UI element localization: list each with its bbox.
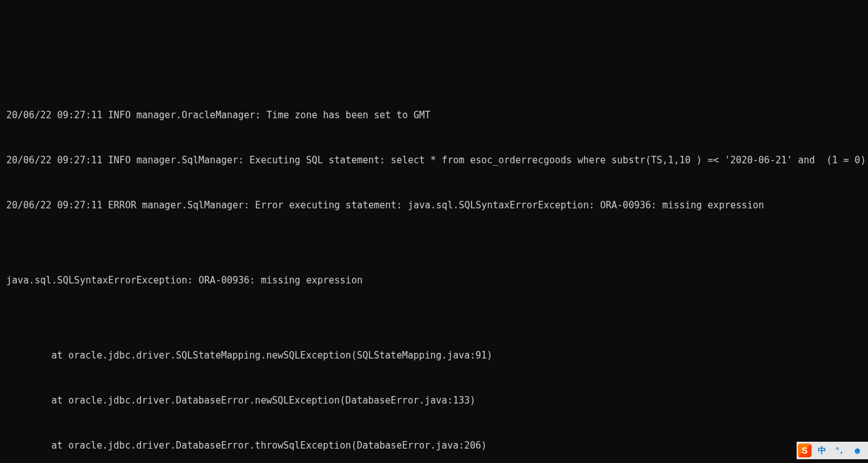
ime-mode-button[interactable]: 中 [815, 444, 829, 457]
log-line: 20/06/22 09:27:11 ERROR manager.SqlManag… [6, 198, 862, 213]
ime-emoji-icon[interactable]: ☻ [850, 444, 864, 457]
exception-header: java.sql.SQLSyntaxErrorException: ORA-00… [6, 273, 862, 288]
stack-frame: at oracle.jdbc.driver.DatabaseError.thro… [6, 438, 862, 453]
log-line: 20/06/22 09:27:11 INFO manager.SqlManage… [6, 153, 862, 168]
ime-toolbar[interactable]: S 中 °, ☻ [797, 442, 868, 459]
stack-frame: at oracle.jdbc.driver.SQLStateMapping.ne… [6, 348, 862, 363]
ime-punct-button[interactable]: °, [833, 444, 847, 457]
ime-logo-icon[interactable]: S [798, 444, 812, 457]
log-line: 20/06/22 09:27:11 INFO manager.OracleMan… [6, 108, 862, 123]
terminal-output[interactable]: 20/06/22 09:27:11 INFO manager.OracleMan… [0, 75, 868, 463]
stack-frame: at oracle.jdbc.driver.DatabaseError.newS… [6, 393, 862, 408]
